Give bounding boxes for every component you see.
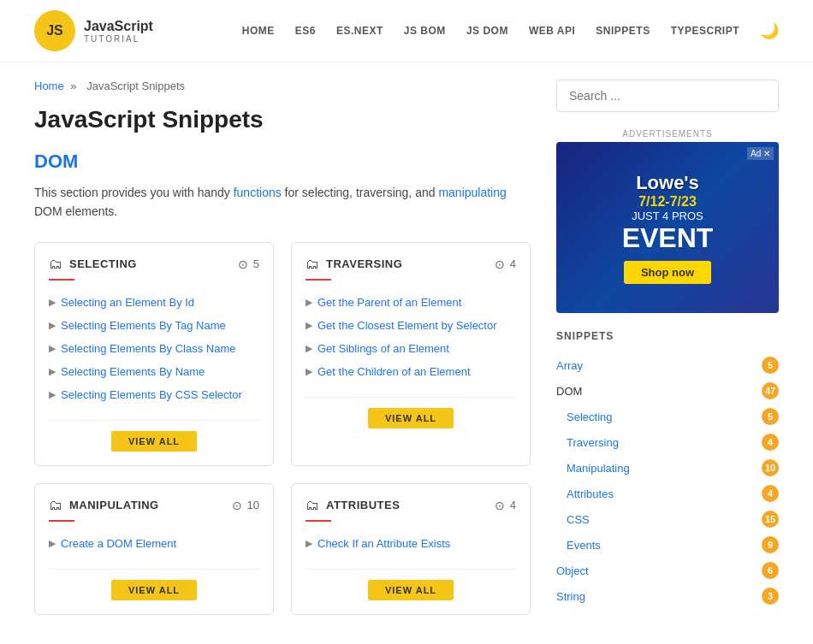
logo-subtitle: TUTORIAL bbox=[84, 34, 153, 44]
link-create-dom[interactable]: ▶ Create a DOM Element bbox=[49, 537, 259, 550]
ad-shop-button[interactable]: Shop now bbox=[624, 261, 711, 284]
view-all-selecting-button[interactable]: VIEW ALL bbox=[111, 431, 197, 452]
card-selecting-divider bbox=[49, 279, 74, 281]
ad-brand: Lowe's bbox=[622, 172, 714, 194]
folder-icon: 🗂 bbox=[306, 257, 319, 272]
list-item: ▶ Selecting Elements By Tag Name bbox=[49, 314, 259, 337]
snippet-badge-string: 3 bbox=[762, 588, 779, 605]
list-item: ▶ Create a DOM Element bbox=[49, 532, 259, 555]
ad-just: JUST 4 PROS bbox=[622, 210, 714, 222]
card-selecting-title: SELECTING bbox=[69, 257, 137, 270]
snippet-label-dom[interactable]: DOM bbox=[556, 385, 582, 398]
nav-webapi[interactable]: WEB API bbox=[529, 25, 575, 37]
snippet-label-object[interactable]: Object bbox=[556, 564, 589, 577]
link-selecting-by-css[interactable]: ▶ Selecting Elements By CSS Selector bbox=[49, 388, 259, 401]
logo-initials: JS bbox=[46, 23, 63, 38]
snippets-list: Array 5 DOM 47 Selecting 5 Traversing 4 … bbox=[556, 352, 779, 609]
snippet-label-traversing[interactable]: Traversing bbox=[567, 436, 619, 449]
ad-banner-content: Lowe's 7/12-7/23 JUST 4 PROS EVENT Shop … bbox=[614, 163, 722, 292]
link-selecting-by-id[interactable]: ▶ Selecting an Element By Id bbox=[49, 296, 259, 309]
link-selecting-by-name[interactable]: ▶ Selecting Elements By Name bbox=[49, 365, 259, 378]
dark-mode-button[interactable]: 🌙 bbox=[760, 21, 779, 40]
link-selecting-by-tag[interactable]: ▶ Selecting Elements By Tag Name bbox=[49, 319, 259, 332]
link-get-siblings[interactable]: ▶ Get Siblings of an Element bbox=[306, 342, 516, 355]
sidebar: ADVERTISEMENTS Ad ✕ Lowe's 7/12-7/23 JUS… bbox=[556, 80, 779, 615]
breadcrumb-home[interactable]: Home bbox=[34, 80, 64, 92]
card-manipulating: 🗂 MANIPULATING ⊙ 10 ▶ Create a DOM Eleme… bbox=[34, 483, 274, 615]
card-manipulating-title: MANIPULATING bbox=[69, 499, 159, 511]
arrow-icon: ▶ bbox=[306, 297, 312, 308]
card-traversing-count: 4 bbox=[510, 257, 516, 270]
snippet-badge-manipulating: 10 bbox=[762, 459, 779, 476]
folder-icon: 🗂 bbox=[49, 498, 62, 513]
card-traversing-title-row: 🗂 TRAVERSING bbox=[306, 257, 402, 272]
nav-es6[interactable]: ES6 bbox=[295, 25, 316, 37]
nav-snippets[interactable]: SNIPPETS bbox=[596, 25, 650, 37]
card-selecting-title-row: 🗂 SELECTING bbox=[49, 257, 137, 272]
card-selecting-count: 5 bbox=[253, 257, 259, 270]
snippet-badge-events: 9 bbox=[762, 536, 779, 553]
view-all-attributes-button[interactable]: VIEW ALL bbox=[368, 580, 454, 600]
arrow-icon: ▶ bbox=[306, 366, 312, 377]
copy-icon: ⊙ bbox=[232, 499, 242, 512]
card-attributes-title: ATTRIBUTES bbox=[326, 499, 400, 511]
view-all-manipulating-button[interactable]: VIEW ALL bbox=[111, 580, 197, 600]
arrow-icon: ▶ bbox=[306, 343, 312, 354]
card-attributes-divider bbox=[306, 520, 331, 522]
nav-home[interactable]: HOME bbox=[242, 25, 275, 37]
snippet-item-selecting: Selecting 5 bbox=[556, 404, 779, 429]
snippet-badge-traversing: 4 bbox=[762, 434, 779, 451]
snippet-item-manipulating: Manipulating 10 bbox=[556, 455, 779, 481]
snippets-title: SNIPPETS bbox=[556, 330, 779, 342]
card-traversing-count-row: ⊙ 4 bbox=[495, 257, 516, 271]
card-selecting-links: ▶ Selecting an Element By Id ▶ Selecting… bbox=[49, 291, 259, 406]
logo[interactable]: JS JavaScript TUTORIAL bbox=[34, 10, 153, 51]
arrow-icon: ▶ bbox=[49, 389, 56, 400]
nav-jsdom[interactable]: JS DOM bbox=[466, 25, 508, 37]
main-nav: HOME ES6 ES.NEXT JS BOM JS DOM WEB API S… bbox=[242, 21, 779, 40]
link-get-closest[interactable]: ▶ Get the Closest Element by Selector bbox=[306, 319, 516, 332]
nav-esnext[interactable]: ES.NEXT bbox=[336, 25, 383, 37]
snippet-item-object: Object 6 bbox=[556, 558, 779, 583]
snippet-label-attributes[interactable]: Attributes bbox=[567, 487, 614, 500]
arrow-icon: ▶ bbox=[49, 343, 56, 354]
snippet-label-css[interactable]: CSS bbox=[567, 513, 590, 526]
list-item: ▶ Selecting Elements By Name bbox=[49, 360, 259, 383]
link-selecting-by-class[interactable]: ▶ Selecting Elements By Class Name bbox=[49, 342, 259, 355]
copy-icon: ⊙ bbox=[495, 257, 505, 271]
card-manipulating-count-row: ⊙ 10 bbox=[232, 499, 259, 512]
view-all-traversing-button[interactable]: VIEW ALL bbox=[368, 408, 454, 428]
list-item: ▶ Check If an Attribute Exists bbox=[306, 532, 516, 555]
card-manipulating-footer: VIEW ALL bbox=[49, 569, 259, 600]
ad-label: ADVERTISEMENTS bbox=[556, 129, 779, 139]
snippet-label-selecting[interactable]: Selecting bbox=[567, 411, 612, 423]
card-selecting-header: 🗂 SELECTING ⊙ 5 bbox=[49, 257, 259, 272]
card-manipulating-divider bbox=[49, 520, 74, 522]
nav-typescript[interactable]: TYPESCRIPT bbox=[671, 25, 739, 37]
snippet-label-array[interactable]: Array bbox=[556, 359, 583, 372]
arrow-icon: ▶ bbox=[306, 538, 312, 549]
snippet-label-events[interactable]: Events bbox=[567, 539, 601, 552]
list-item: ▶ Get the Closest Element by Selector bbox=[306, 314, 516, 337]
arrow-icon: ▶ bbox=[49, 320, 56, 331]
snippet-badge-object: 6 bbox=[762, 562, 779, 579]
search-input[interactable] bbox=[556, 80, 779, 112]
list-item: ▶ Selecting an Element By Id bbox=[49, 291, 259, 314]
nav-jsbom[interactable]: JS BOM bbox=[404, 25, 446, 37]
snippet-badge-selecting: 5 bbox=[762, 408, 779, 425]
link-get-parent[interactable]: ▶ Get the Parent of an Element bbox=[306, 296, 516, 309]
link-get-children[interactable]: ▶ Get the Children of an Element bbox=[306, 365, 516, 378]
list-item: ▶ Get the Children of an Element bbox=[306, 360, 516, 383]
ad-banner: Ad ✕ Lowe's 7/12-7/23 JUST 4 PROS EVENT … bbox=[556, 142, 779, 313]
folder-icon: 🗂 bbox=[49, 257, 62, 272]
desc-highlight-functions: functions bbox=[234, 186, 282, 199]
logo-text: JavaScript TUTORIAL bbox=[84, 19, 153, 44]
snippet-label-manipulating[interactable]: Manipulating bbox=[567, 462, 630, 475]
ad-tag: Ad ✕ bbox=[747, 147, 774, 160]
link-check-attribute[interactable]: ▶ Check If an Attribute Exists bbox=[306, 537, 516, 550]
card-manipulating-header: 🗂 MANIPULATING ⊙ 10 bbox=[49, 498, 259, 513]
main-container: Home » JavaScript Snippets JavaScript Sn… bbox=[0, 62, 813, 632]
snippet-item-traversing: Traversing 4 bbox=[556, 429, 779, 455]
snippet-label-string[interactable]: String bbox=[556, 590, 585, 603]
list-item: ▶ Get Siblings of an Element bbox=[306, 337, 516, 360]
